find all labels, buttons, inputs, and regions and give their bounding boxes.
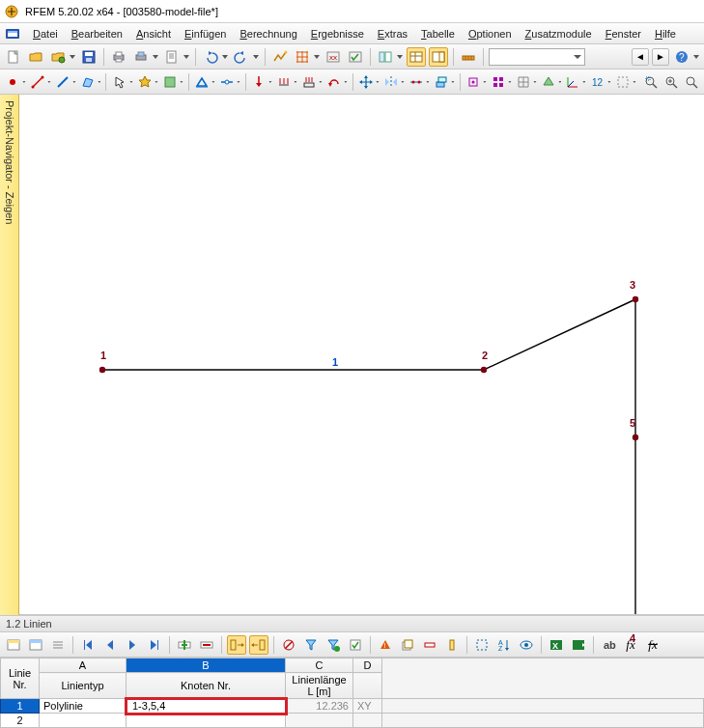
point-load-icon[interactable] xyxy=(250,72,268,92)
import-excel-icon[interactable] xyxy=(569,635,588,655)
report-dropdown-icon[interactable] xyxy=(183,47,190,67)
open-project-icon[interactable] xyxy=(48,47,68,67)
col-header-linie-nr[interactable]: Linie Nr. xyxy=(1,658,40,699)
navigator-dropdown-icon[interactable] xyxy=(396,47,404,67)
pl-dropdown-icon[interactable] xyxy=(268,72,272,92)
nav-prev-button[interactable]: ◄ xyxy=(632,48,649,66)
fav-dropdown-icon[interactable] xyxy=(155,72,158,92)
help-icon[interactable]: ? xyxy=(672,47,691,67)
render-dropdown-icon[interactable] xyxy=(558,72,562,92)
support-dropdown-icon[interactable] xyxy=(211,72,215,92)
grid-icon[interactable] xyxy=(515,72,532,92)
move-dropdown-icon[interactable] xyxy=(376,72,380,92)
nav-first-icon[interactable] xyxy=(78,635,98,655)
mirror-dropdown-icon[interactable] xyxy=(401,72,405,92)
col-letter-d[interactable]: D xyxy=(353,658,382,673)
column-text-icon[interactable]: ab xyxy=(599,635,618,655)
member-tool-icon[interactable] xyxy=(54,72,71,92)
table-row[interactable]: 2 xyxy=(1,714,704,728)
help-dropdown-icon[interactable] xyxy=(692,47,700,67)
surface-tool-icon[interactable] xyxy=(79,72,97,92)
units-icon[interactable] xyxy=(459,47,478,67)
zoom-prev-icon[interactable] xyxy=(683,72,700,92)
row-number[interactable]: 1 xyxy=(1,699,40,714)
navigator-icon[interactable] xyxy=(376,47,395,67)
new-file-icon[interactable] xyxy=(4,47,23,67)
menu-optionen[interactable]: Optionen xyxy=(463,26,518,42)
nav-last-icon[interactable] xyxy=(145,635,164,655)
menu-hilfe[interactable]: Hilfe xyxy=(649,26,682,42)
zoom-all-icon[interactable] xyxy=(662,72,680,92)
row-number[interactable]: 2 xyxy=(1,714,40,728)
extrude-tool-icon[interactable] xyxy=(433,72,450,92)
select-tool-icon[interactable] xyxy=(111,72,128,92)
cell-linientyp[interactable]: Polylinie xyxy=(40,699,127,714)
lc-dropdown-icon[interactable] xyxy=(180,72,183,92)
num-dropdown-icon[interactable] xyxy=(607,72,611,92)
surface-dropdown-icon[interactable] xyxy=(98,72,101,92)
table-list-icon[interactable] xyxy=(48,635,68,655)
view-sel-icon[interactable] xyxy=(517,635,536,655)
sort-icon[interactable]: AZ xyxy=(494,635,514,655)
menu-berechnung[interactable]: Berechnung xyxy=(234,26,302,42)
report-icon[interactable] xyxy=(162,47,182,67)
menu-zusatzmodule[interactable]: Zusatzmodule xyxy=(520,26,598,42)
data-grid[interactable]: Linie Nr. A B C D Linientyp Knoten Nr. L… xyxy=(0,658,704,728)
snap-menu-icon[interactable] xyxy=(490,72,507,92)
mesh-dropdown-icon[interactable] xyxy=(313,47,321,67)
mesh-icon[interactable] xyxy=(293,47,312,67)
support-icon[interactable] xyxy=(193,72,211,92)
table-second-icon[interactable] xyxy=(26,635,45,655)
navigator-sidebar-tab[interactable]: Projekt-Navigator - Zeigen xyxy=(0,95,19,615)
open-file-icon[interactable] xyxy=(26,47,45,67)
table-toggle-icon[interactable] xyxy=(407,47,426,67)
axis-dropdown-icon[interactable] xyxy=(582,72,586,92)
fill-col-icon[interactable] xyxy=(442,635,462,655)
table-row[interactable]: 1 Polylinie 1-3,5,4 12.236 XY xyxy=(1,699,704,714)
col-header-knoten[interactable]: Knoten Nr. xyxy=(127,673,286,699)
divide-tool-icon[interactable] xyxy=(408,72,425,92)
sync-select-icon[interactable] xyxy=(227,635,246,655)
loadcase-icon[interactable] xyxy=(161,72,179,92)
menu-tabelle[interactable]: Tabelle xyxy=(415,26,461,42)
snap-dropdown-icon[interactable] xyxy=(483,72,487,92)
redo-icon[interactable] xyxy=(232,47,251,67)
col-letter-c[interactable]: C xyxy=(286,658,353,673)
move-tool-icon[interactable] xyxy=(357,72,375,92)
render-icon[interactable] xyxy=(540,72,557,92)
col-header-linientyp[interactable]: Linientyp xyxy=(40,673,127,699)
nav-next-button[interactable]: ► xyxy=(652,48,669,66)
numbering-icon[interactable]: 12 xyxy=(589,72,606,92)
line-load-icon[interactable] xyxy=(275,72,293,92)
hinge-icon[interactable] xyxy=(218,72,236,92)
col-letter-a[interactable]: A xyxy=(40,658,127,673)
menu-ergebnisse[interactable]: Ergebnisse xyxy=(305,26,370,42)
open-dropdown-icon[interactable] xyxy=(69,47,76,67)
menu-datei[interactable]: Datei xyxy=(27,26,64,42)
axis-icon[interactable] xyxy=(564,72,581,92)
line-tool-icon[interactable] xyxy=(29,72,46,92)
ll-dropdown-icon[interactable] xyxy=(294,72,297,92)
line-dropdown-icon[interactable] xyxy=(47,72,51,92)
extrude-dropdown-icon[interactable] xyxy=(451,72,455,92)
snap-icon[interactable] xyxy=(465,72,482,92)
sync-graphic-icon[interactable] xyxy=(249,635,268,655)
nav-next-icon[interactable] xyxy=(123,635,142,655)
calculate-icon[interactable] xyxy=(270,47,290,67)
empty-row-icon[interactable] xyxy=(420,635,439,655)
surface-load-icon[interactable] xyxy=(300,72,318,92)
node-tool-icon[interactable] xyxy=(4,72,21,92)
member-dropdown-icon[interactable] xyxy=(72,72,76,92)
snapm-dropdown-icon[interactable] xyxy=(508,72,512,92)
favorites-icon[interactable] xyxy=(136,72,154,92)
loadcase-combo[interactable] xyxy=(489,48,585,66)
formula-del-icon[interactable]: fx xyxy=(643,635,662,655)
find-cell-icon[interactable]: ! xyxy=(376,635,395,655)
print-graphic-icon[interactable] xyxy=(131,47,151,67)
copy-row-icon[interactable] xyxy=(398,635,417,655)
mirror-tool-icon[interactable] xyxy=(382,72,400,92)
select-dropdown-icon[interactable] xyxy=(129,72,133,92)
panel-toggle-icon[interactable] xyxy=(429,47,448,67)
table-first-icon[interactable] xyxy=(4,635,23,655)
filter-off-icon[interactable] xyxy=(279,635,298,655)
